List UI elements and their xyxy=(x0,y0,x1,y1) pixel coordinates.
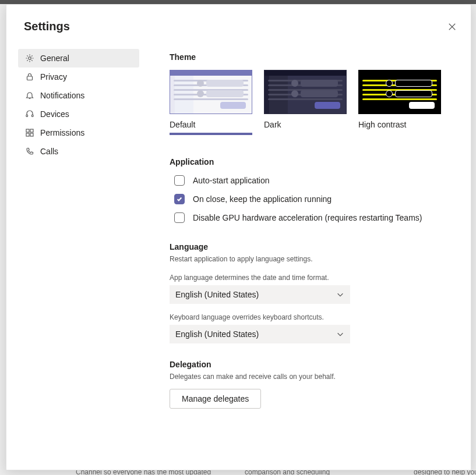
close-icon xyxy=(448,23,456,31)
settings-dialog: Settings General Privacy xyxy=(6,4,471,470)
phone-icon xyxy=(25,147,34,156)
application-heading: Application xyxy=(170,157,449,166)
manage-delegates-button[interactable]: Manage delegates xyxy=(170,389,261,409)
nav-item-permissions[interactable]: Permissions xyxy=(18,123,139,142)
language-section: Language Restart application to apply la… xyxy=(170,242,449,343)
keyboard-language-dropdown[interactable]: English (United States) xyxy=(170,325,350,343)
settings-content: Theme Default xyxy=(170,52,449,409)
checkbox-autostart[interactable] xyxy=(174,175,185,186)
theme-label: Default xyxy=(170,120,252,129)
bell-icon xyxy=(25,91,34,100)
dialog-title: Settings xyxy=(24,20,70,33)
nav-item-label: General xyxy=(40,54,69,63)
delegation-section: Delegation Delegates can make and receiv… xyxy=(170,360,449,409)
svg-rect-2 xyxy=(26,115,28,117)
svg-rect-3 xyxy=(32,115,34,117)
application-section: Application Auto-start application On cl… xyxy=(170,157,449,227)
theme-preview-high-contrast xyxy=(358,70,441,114)
dropdown-value: English (United States) xyxy=(175,329,259,339)
nav-item-notifications[interactable]: Notifications xyxy=(18,86,139,105)
checkbox-keep-running[interactable] xyxy=(174,194,185,204)
theme-heading: Theme xyxy=(170,52,449,62)
language-restart-hint: Restart application to apply language se… xyxy=(170,255,449,263)
app-language-dropdown[interactable]: English (United States) xyxy=(170,285,350,304)
svg-point-0 xyxy=(29,57,31,60)
theme-option-high-contrast[interactable]: High contrast xyxy=(358,70,441,135)
theme-option-default[interactable]: Default xyxy=(170,70,252,135)
svg-rect-6 xyxy=(26,133,29,136)
checkbox-row-keep-running: On close, keep the application running xyxy=(170,190,449,208)
delegation-hint: Delegates can make and receive calls on … xyxy=(170,373,449,381)
checkbox-label: Disable GPU hardware acceleration (requi… xyxy=(193,213,422,222)
close-button[interactable] xyxy=(447,22,457,31)
theme-preview-dark xyxy=(264,70,347,114)
delegation-heading: Delegation xyxy=(170,360,449,369)
nav-item-devices[interactable]: Devices xyxy=(18,105,139,123)
theme-preview-default xyxy=(170,70,252,114)
theme-label: High contrast xyxy=(358,120,441,129)
theme-option-dark[interactable]: Dark xyxy=(264,70,347,135)
check-icon xyxy=(177,196,182,202)
checkbox-row-autostart: Auto-start application xyxy=(170,171,449,190)
dropdown-value: English (United States) xyxy=(175,290,259,299)
lock-icon xyxy=(25,72,34,81)
nav-item-label: Calls xyxy=(40,147,58,156)
headset-icon xyxy=(25,109,34,119)
nav-item-label: Permissions xyxy=(40,128,84,137)
checkbox-label: Auto-start application xyxy=(193,176,270,185)
checkbox-row-disable-gpu: Disable GPU hardware acceleration (requi… xyxy=(170,208,449,227)
settings-sidebar: General Privacy Notifications Devices xyxy=(18,49,139,161)
checkbox-disable-gpu[interactable] xyxy=(174,212,185,223)
nav-item-label: Devices xyxy=(40,109,69,119)
nav-item-general[interactable]: General xyxy=(18,49,139,68)
app-window: Channel so everyone has the most updated… xyxy=(0,0,476,475)
svg-rect-1 xyxy=(27,76,33,80)
gear-icon xyxy=(25,54,34,63)
chevron-down-icon xyxy=(336,330,344,338)
svg-rect-4 xyxy=(26,129,29,132)
svg-rect-7 xyxy=(30,133,33,136)
nav-item-label: Privacy xyxy=(40,72,67,81)
language-heading: Language xyxy=(170,242,449,251)
theme-label: Dark xyxy=(264,120,347,129)
svg-rect-5 xyxy=(30,129,33,132)
nav-item-calls[interactable]: Calls xyxy=(18,142,139,161)
nav-item-privacy[interactable]: Privacy xyxy=(18,68,139,86)
app-titlebar xyxy=(0,0,476,4)
theme-options: Default Dark xyxy=(170,70,449,135)
chevron-down-icon xyxy=(336,290,344,299)
app-language-hint: App language determines the date and tim… xyxy=(170,274,449,282)
nav-item-label: Notifications xyxy=(40,91,84,100)
checkbox-label: On close, keep the application running xyxy=(193,194,332,204)
keyboard-language-hint: Keyboard language overrides keyboard sho… xyxy=(170,313,449,321)
grid-icon xyxy=(25,128,34,137)
